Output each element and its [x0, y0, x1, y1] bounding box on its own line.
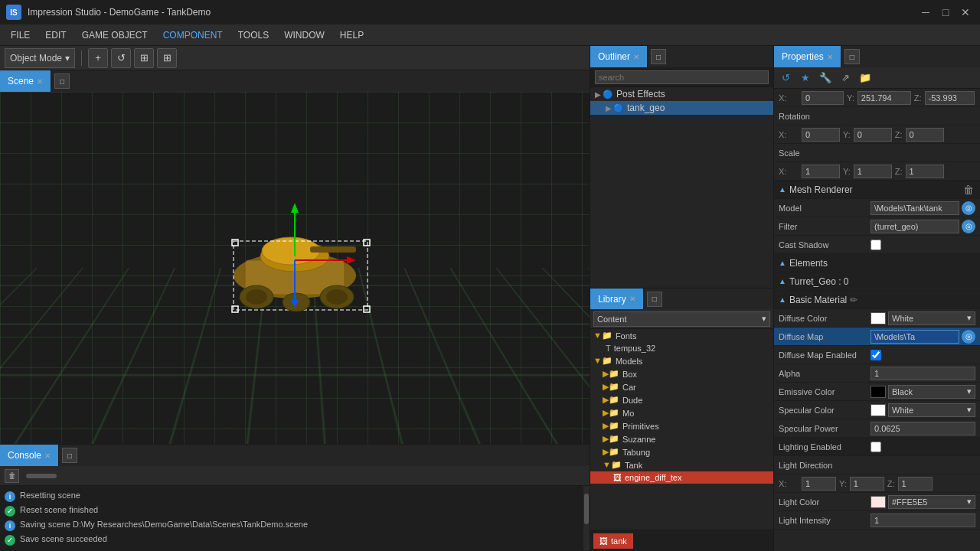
diffuse-color-swatch[interactable] [871, 312, 886, 324]
svg-rect-19 [232, 306, 238, 312]
specular-color-swatch[interactable] [871, 404, 886, 416]
prop-scale-y[interactable] [854, 165, 892, 178]
prop-model-browse[interactable]: ◎ [962, 201, 975, 215]
emissive-color-swatch[interactable] [871, 386, 886, 398]
basic-material-edit-btn[interactable]: ✏ [847, 293, 861, 307]
prop-diffuse-map-browse[interactable]: ◎ [962, 330, 975, 344]
outliner-search-input[interactable] [595, 70, 769, 84]
minimize-button[interactable]: ─ [917, 4, 934, 21]
mesh-renderer-delete-btn[interactable]: 🗑 [962, 183, 975, 197]
library-item-primitives[interactable]: ▶📁 Primitives [590, 419, 773, 432]
prop-scale-x[interactable] [802, 165, 840, 178]
library-item-car[interactable]: ▶📁 Car [590, 380, 773, 393]
scene-tab-add[interactable]: □ [54, 73, 70, 89]
prop-cast-shadow-value [871, 240, 975, 250]
prop-cast-shadow-checkbox[interactable] [871, 240, 881, 250]
library-item-dude[interactable]: ▶📁 Dude [590, 393, 773, 406]
library-item-suzanne[interactable]: ▶📁 Suzanne [590, 432, 773, 445]
prop-alpha-input[interactable] [871, 367, 975, 380]
menu-file[interactable]: FILE [3, 24, 38, 45]
console-scrollbar-thumb-v[interactable] [584, 494, 589, 524]
props-bookmark-btn[interactable]: ★ [797, 70, 814, 86]
viewport-tank [203, 184, 387, 337]
console-tab[interactable]: Console ✕ [0, 445, 59, 466]
prop-light-dir-y[interactable] [850, 477, 884, 491]
refresh-button[interactable]: ↺ [111, 48, 131, 68]
specular-color-dropdown[interactable]: White ▾ [888, 403, 975, 417]
library-item-models[interactable]: ▼📁 Models [590, 354, 773, 367]
properties-tab-btn[interactable]: □ [844, 49, 860, 64]
light-color-dropdown[interactable]: #FFE5E5 ▾ [888, 495, 975, 509]
console-tab-close[interactable]: ✕ [44, 452, 51, 460]
mode-dropdown[interactable]: Object Mode ▾ [5, 48, 75, 68]
menu-help[interactable]: HELP [332, 24, 371, 45]
fonts-folder-icon: ▼📁 [593, 331, 612, 341]
prop-scale-z[interactable] [906, 165, 944, 178]
prop-row-scale-vals: X: Y: Z: [774, 162, 980, 181]
library-item-tempus[interactable]: T tempus_32 [590, 342, 773, 354]
library-item-box[interactable]: ▶📁 Box [590, 367, 773, 380]
prop-rot-y[interactable] [854, 128, 892, 142]
library-item-tank[interactable]: ▼📁 Tank [590, 458, 773, 471]
prop-light-dir-x[interactable] [802, 477, 836, 491]
outliner-tab-btn[interactable]: □ [651, 49, 666, 64]
prop-pos-z[interactable] [925, 91, 975, 105]
light-color-swatch[interactable] [871, 496, 886, 508]
close-button[interactable]: ✕ [957, 4, 974, 21]
prop-pos-y[interactable] [858, 91, 911, 105]
props-folder-btn[interactable]: 📁 [857, 70, 874, 86]
prop-pos-x[interactable] [802, 91, 844, 105]
add-button[interactable]: + [88, 48, 108, 68]
scene-tab-close[interactable]: ✕ [37, 77, 43, 86]
library-tab-label: Library [598, 294, 626, 305]
menu-game-object[interactable]: GAME OBJECT [74, 24, 155, 45]
viewport[interactable] [0, 92, 590, 444]
diffuse-color-dropdown[interactable]: White ▾ [888, 311, 975, 325]
library-tab-close[interactable]: ✕ [629, 295, 635, 303]
props-refresh-btn[interactable]: ↺ [777, 70, 794, 86]
props-wrench-btn[interactable]: 🔧 [817, 70, 834, 86]
console-scrollbar-thumb-h[interactable] [26, 474, 57, 478]
library-content-dropdown[interactable]: Content ▾ [593, 311, 770, 327]
view-button[interactable]: ⊞ [134, 48, 154, 68]
library-item-engine-diff[interactable]: 🖼 engine_diff_tex [590, 471, 773, 484]
outliner-item-post-effects[interactable]: ▶ 🔵 Post Effects [590, 87, 773, 101]
scene-tab[interactable]: Scene ✕ [0, 70, 51, 92]
prop-light-intensity-input[interactable] [871, 514, 975, 527]
properties-tab[interactable]: Properties ✕ [774, 46, 841, 67]
library-tab-btn[interactable]: □ [647, 292, 662, 307]
prop-light-dir-z[interactable] [898, 477, 933, 491]
library-tab[interactable]: Library ✕ [590, 289, 644, 309]
prop-rot-z[interactable] [906, 128, 944, 142]
library-item-fonts[interactable]: ▼📁 Fonts [590, 329, 773, 342]
prop-lighting-enabled-label: Lighting Enabled [779, 442, 871, 452]
prop-diffuse-map-enabled-checkbox[interactable] [871, 350, 881, 360]
outliner-tab-close[interactable]: ✕ [633, 53, 639, 61]
prop-lighting-enabled-checkbox[interactable] [871, 442, 881, 452]
outliner-item-tank-geo[interactable]: ▶ 🔵 tank_geo [590, 101, 773, 115]
prop-diffuse-map-row: Diffuse Map \Models\Ta ◎ [774, 328, 980, 346]
properties-content: X: Y: Z: Rotation X: [774, 89, 980, 551]
engine-diff-icon: 🖼 [613, 473, 622, 482]
console-clear-button[interactable]: 🗑 [5, 469, 19, 483]
prop-alpha-label: Alpha [779, 369, 871, 378]
outliner-tab[interactable]: Outliner ✕ [590, 46, 648, 67]
prop-filter-browse[interactable]: ◎ [962, 220, 975, 233]
prop-rot-x[interactable] [802, 128, 840, 142]
primitives-label: Primitives [622, 422, 659, 431]
menu-window[interactable]: WINDOW [276, 24, 332, 45]
library-item-tabung[interactable]: ▶📁 Tabung [590, 445, 773, 458]
menu-edit[interactable]: EDIT [38, 24, 74, 45]
emissive-color-dropdown[interactable]: Black ▾ [888, 385, 975, 399]
maximize-button[interactable]: □ [937, 4, 954, 21]
properties-tab-close[interactable]: ✕ [827, 53, 833, 61]
menu-tools[interactable]: TOOLS [230, 24, 276, 45]
props-share-btn[interactable]: ⇗ [837, 70, 854, 86]
grid-button[interactable]: ⊞ [157, 48, 177, 68]
console-row: i Resetting scene ✓ Reset scene finished… [0, 486, 590, 550]
library-item-mo[interactable]: ▶📁 Mo [590, 406, 773, 419]
console-tab-btn[interactable]: □ [62, 448, 77, 463]
menu-component[interactable]: COMPONENT [155, 24, 230, 45]
engine-diff-label: engine_diff_tex [625, 473, 681, 482]
prop-specular-power-input[interactable] [871, 422, 975, 435]
